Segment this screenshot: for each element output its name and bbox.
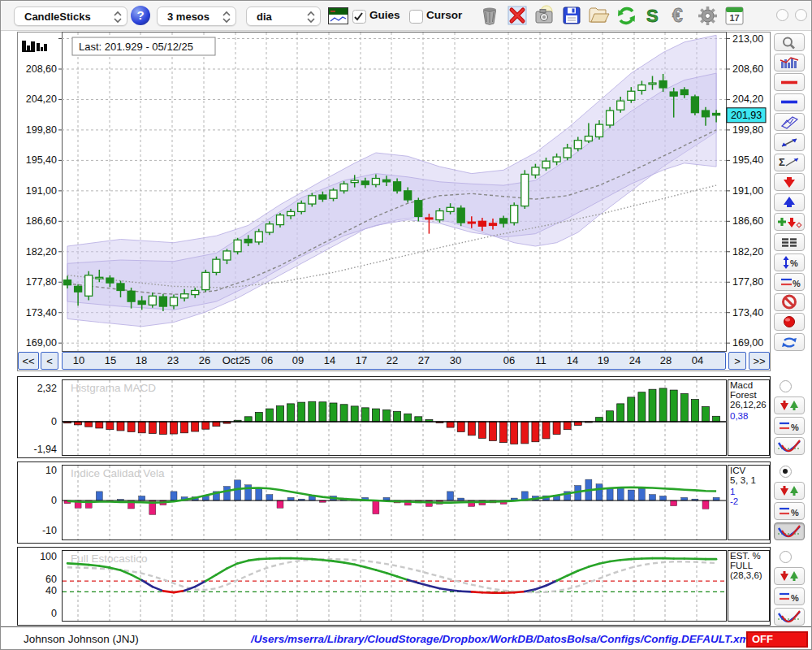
- stoch-plot-box: [63, 551, 727, 622]
- svg-text:169,00: 169,00: [26, 337, 57, 349]
- disable-tool-button[interactable]: [774, 293, 805, 311]
- help-button[interactable]: ?: [131, 6, 150, 25]
- svg-text:173,40: 173,40: [26, 307, 57, 318]
- cursor-checkbox[interactable]: [409, 10, 423, 24]
- window-control-dot[interactable]: [776, 9, 788, 21]
- trash-icon[interactable]: [479, 5, 502, 27]
- svg-text:10: 10: [45, 465, 57, 476]
- open-folder-icon[interactable]: [588, 5, 611, 27]
- scroll-last-button[interactable]: >>: [749, 352, 770, 370]
- arrow-down-red-tool-button[interactable]: [774, 173, 805, 191]
- stoch-panel-radio[interactable]: [780, 551, 792, 563]
- svg-text:%: %: [791, 422, 799, 432]
- svg-text:-1,94: -1,94: [34, 444, 58, 455]
- svg-text:204,20: 204,20: [732, 93, 763, 105]
- symbol-label: Johnson Johnson (JNJ): [24, 633, 139, 645]
- svg-text:%: %: [791, 508, 799, 518]
- guies-checkbox[interactable]: [352, 10, 366, 24]
- date-label: 26: [199, 354, 210, 366]
- svg-text:213,00: 213,00: [732, 33, 763, 45]
- add-signal-tool-button[interactable]: [774, 213, 805, 231]
- help-glyph: ?: [136, 8, 144, 22]
- main-toolbar: CandleSticks ? 3 mesos dia Guies Cursor …: [1, 1, 812, 31]
- sum-trend-tool-button[interactable]: Σ: [774, 154, 805, 171]
- blue-line-tool-button[interactable]: [774, 93, 805, 111]
- channel-tool-button[interactable]: [774, 113, 805, 131]
- stoch-lines-percent-button[interactable]: %: [774, 587, 805, 605]
- svg-text:182,20: 182,20: [26, 246, 57, 258]
- list-lines-tool-button[interactable]: [774, 233, 805, 251]
- icv-lines-percent-button[interactable]: %: [774, 502, 805, 520]
- date-label: 22: [387, 354, 398, 366]
- svg-text:195,40: 195,40: [26, 154, 57, 166]
- chevron-updown-icon: [307, 11, 315, 26]
- svg-text:26,12,26: 26,12,26: [730, 400, 767, 410]
- compare-percent-tool-button[interactable]: %: [774, 273, 805, 291]
- main-candlestick-chart[interactable]: 213,00208,60208,60204,20204,20199,80199,…: [17, 32, 771, 371]
- download-quotes-icon[interactable]: S: [642, 5, 665, 27]
- stoch-arrows-updown-button[interactable]: [774, 567, 805, 585]
- svg-text:201,93: 201,93: [731, 110, 762, 121]
- macd-curves-button[interactable]: [774, 437, 805, 455]
- svg-text:%: %: [793, 279, 801, 288]
- date-label: 15: [105, 354, 116, 366]
- svg-text:169,00: 169,00: [732, 337, 763, 349]
- svg-text:199,80: 199,80: [26, 124, 57, 136]
- date-label: 23: [167, 354, 179, 366]
- date-label: 27: [418, 354, 430, 366]
- refresh-icon[interactable]: [615, 5, 638, 27]
- euro-icon[interactable]: €: [670, 5, 693, 27]
- off-toggle-button[interactable]: OFF: [746, 631, 808, 648]
- date-label: 14: [567, 354, 578, 366]
- scroll-next-button[interactable]: >: [728, 352, 746, 370]
- period-select[interactable]: 3 mesos: [157, 6, 236, 26]
- date-strip[interactable]: 1015182326Oct250609141722273006111419242…: [62, 352, 726, 370]
- macd-lines-percent-button[interactable]: %: [774, 417, 805, 435]
- stoch-curves-button[interactable]: [774, 608, 805, 626]
- config-path-link[interactable]: /Users/mserra/Library/CloudStorage/Dropb…: [251, 633, 752, 645]
- stochastic-panel[interactable]: Full Estocastico10060400EST. %FULL(28,3,…: [17, 547, 771, 626]
- settings-gear-icon[interactable]: [697, 5, 719, 27]
- calendar-icon[interactable]: 17: [724, 5, 747, 27]
- macd-panel-radio[interactable]: [780, 380, 792, 392]
- svg-text:-10: -10: [42, 525, 57, 536]
- volume-histogram-tool-button[interactable]: [774, 54, 805, 72]
- chart-type-select[interactable]: CandleSticks: [14, 6, 127, 26]
- scroll-prev-button[interactable]: <: [41, 352, 58, 370]
- macd-arrows-updown-button[interactable]: [774, 396, 805, 414]
- macd-histogram-panel[interactable]: Histgrama MACD2,320-1,94MacdForest26,12,…: [17, 376, 771, 458]
- period-value: 3 mesos: [167, 11, 209, 23]
- scale-percent-tool-button[interactable]: %: [774, 254, 805, 271]
- zoom-tool-button[interactable]: [774, 33, 805, 51]
- svg-text:Σ: Σ: [779, 156, 785, 168]
- trend-arrows-tool-button[interactable]: [774, 133, 805, 151]
- svg-text:EST. %: EST. %: [730, 551, 761, 561]
- sync-tool-button[interactable]: [774, 333, 805, 351]
- svg-text:%: %: [791, 593, 799, 603]
- svg-text:5, 3, 1: 5, 3, 1: [730, 475, 756, 485]
- date-label: Oct25: [222, 354, 251, 366]
- save-icon[interactable]: [561, 5, 584, 27]
- window-control-dot[interactable]: [795, 9, 807, 21]
- snapshot-icon[interactable]: [533, 5, 556, 27]
- chevron-updown-icon: [222, 11, 231, 26]
- svg-text:186,60: 186,60: [26, 215, 57, 227]
- icv-curves-button[interactable]: [774, 522, 805, 540]
- svg-text:195,40: 195,40: [732, 154, 763, 166]
- date-label: 06: [261, 354, 273, 366]
- delete-x-icon[interactable]: [507, 5, 529, 27]
- icv-panel-radio[interactable]: [780, 466, 792, 478]
- scroll-first-button[interactable]: <<: [18, 352, 39, 370]
- interval-select[interactable]: dia: [246, 6, 321, 26]
- red-line-tool-button[interactable]: [774, 73, 805, 91]
- svg-text:177,80: 177,80: [732, 276, 763, 288]
- icv-arrows-updown-button[interactable]: [774, 482, 805, 500]
- app-window: CandleSticks ? 3 mesos dia Guies Cursor …: [0, 0, 812, 650]
- svg-text:191,00: 191,00: [732, 185, 763, 197]
- mini-chart-icon[interactable]: [328, 7, 351, 29]
- record-tool-button[interactable]: [774, 313, 805, 331]
- svg-text:173,40: 173,40: [732, 307, 763, 318]
- arrow-up-blue-tool-button[interactable]: [774, 193, 805, 211]
- svg-text:208,60: 208,60: [26, 63, 57, 75]
- icv-panel[interactable]: Indice Calidad Vela100-10ICV5, 3, 11-2: [17, 462, 771, 544]
